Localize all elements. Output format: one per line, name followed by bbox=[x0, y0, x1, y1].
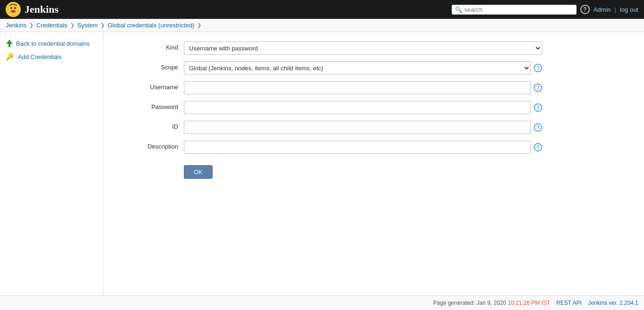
scope-label: Scope bbox=[118, 61, 184, 71]
version-link[interactable]: Jenkins ver. 2.204.1 bbox=[588, 300, 638, 306]
kind-row: Kind Username with passwordSSH Username … bbox=[118, 42, 542, 55]
id-label: ID bbox=[118, 121, 184, 130]
description-help-btn[interactable]: ? bbox=[534, 143, 542, 151]
back-link[interactable]: Back to credential domains bbox=[16, 40, 90, 47]
content: Kind Username with passwordSSH Username … bbox=[104, 32, 644, 295]
description-control: ? bbox=[184, 141, 542, 154]
kind-select[interactable]: Username with passwordSSH Username with … bbox=[184, 42, 542, 55]
breadcrumb-sep-2: ❯ bbox=[70, 22, 74, 28]
breadcrumb-sep-4: ❯ bbox=[197, 22, 201, 28]
help-icon[interactable]: ? bbox=[580, 5, 590, 14]
search-container: 🔍 bbox=[452, 5, 577, 15]
scope-row: Scope Global (Jenkins, nodes, items, all… bbox=[118, 61, 542, 75]
password-input[interactable] bbox=[184, 101, 531, 114]
username-row: Username ? bbox=[118, 81, 542, 94]
jenkins-title: Jenkins bbox=[25, 3, 58, 16]
breadcrumb-sep-3: ❯ bbox=[100, 22, 105, 28]
username-input[interactable] bbox=[184, 81, 531, 94]
add-credentials-link[interactable]: Add Credentials bbox=[18, 53, 62, 60]
svg-point-3 bbox=[11, 10, 16, 13]
description-input[interactable] bbox=[184, 141, 531, 154]
main: Back to credential domains 🔑 Add Credent… bbox=[0, 32, 644, 295]
scope-select[interactable]: Global (Jenkins, nodes, items, all child… bbox=[184, 61, 531, 75]
rest-api-link[interactable]: REST API bbox=[556, 300, 582, 306]
breadcrumb-global[interactable]: Global credentials (unrestricted) bbox=[107, 22, 194, 29]
key-icon: 🔑 bbox=[6, 53, 15, 60]
sidebar-item-add[interactable]: 🔑 Add Credentials bbox=[0, 50, 103, 63]
password-label: Password bbox=[118, 101, 184, 110]
description-label: Description bbox=[118, 141, 184, 150]
breadcrumb-system[interactable]: System bbox=[77, 22, 98, 29]
form-section: Kind Username with passwordSSH Username … bbox=[118, 42, 542, 179]
sidebar-item-back[interactable]: Back to credential domains bbox=[0, 37, 103, 50]
scope-help-btn[interactable]: ? bbox=[534, 64, 542, 72]
password-row: Password ? bbox=[118, 101, 542, 114]
scope-control: Global (Jenkins, nodes, items, all child… bbox=[184, 61, 542, 75]
admin-link[interactable]: Admin bbox=[594, 6, 611, 13]
search-input[interactable] bbox=[464, 6, 573, 13]
back-arrow-icon bbox=[6, 40, 13, 47]
footer-timestamp: 10:21:26 PM IST bbox=[508, 300, 550, 306]
header-right: 🔍 ? Admin | log out bbox=[452, 5, 638, 15]
logo-area: Jenkins bbox=[6, 2, 58, 17]
kind-label: Kind bbox=[118, 42, 184, 51]
description-row: Description ? bbox=[118, 141, 542, 154]
username-control: ? bbox=[184, 81, 542, 94]
username-help-btn[interactable]: ? bbox=[534, 84, 542, 92]
password-help-btn[interactable]: ? bbox=[534, 103, 542, 112]
footer: Page generated: Jan 9, 2020 10:21:26 PM … bbox=[0, 295, 644, 310]
kind-control: Username with passwordSSH Username with … bbox=[184, 42, 542, 55]
logout-link[interactable]: log out bbox=[620, 6, 638, 13]
jenkins-logo bbox=[6, 2, 21, 17]
id-help-btn[interactable]: ? bbox=[534, 123, 542, 132]
svg-point-2 bbox=[14, 7, 16, 9]
footer-prefix: Page generated: Jan 9, 2020 bbox=[433, 300, 508, 306]
username-label: Username bbox=[118, 81, 184, 91]
header: Jenkins 🔍 ? Admin | log out bbox=[0, 0, 644, 19]
breadcrumb-sep-1: ❯ bbox=[29, 22, 33, 28]
svg-point-1 bbox=[10, 7, 12, 9]
breadcrumb: Jenkins ❯ Credentials ❯ System ❯ Global … bbox=[0, 19, 644, 32]
breadcrumb-credentials[interactable]: Credentials bbox=[36, 22, 67, 29]
header-sep: | bbox=[615, 6, 616, 13]
sidebar: Back to credential domains 🔑 Add Credent… bbox=[0, 32, 104, 295]
breadcrumb-jenkins[interactable]: Jenkins bbox=[6, 22, 26, 29]
search-icon: 🔍 bbox=[455, 6, 462, 13]
password-control: ? bbox=[184, 101, 542, 114]
svg-rect-4 bbox=[10, 13, 16, 16]
id-control: ? bbox=[184, 121, 542, 134]
id-input[interactable] bbox=[184, 121, 531, 134]
ok-button[interactable]: OK bbox=[184, 165, 213, 179]
id-row: ID ? bbox=[118, 121, 542, 134]
